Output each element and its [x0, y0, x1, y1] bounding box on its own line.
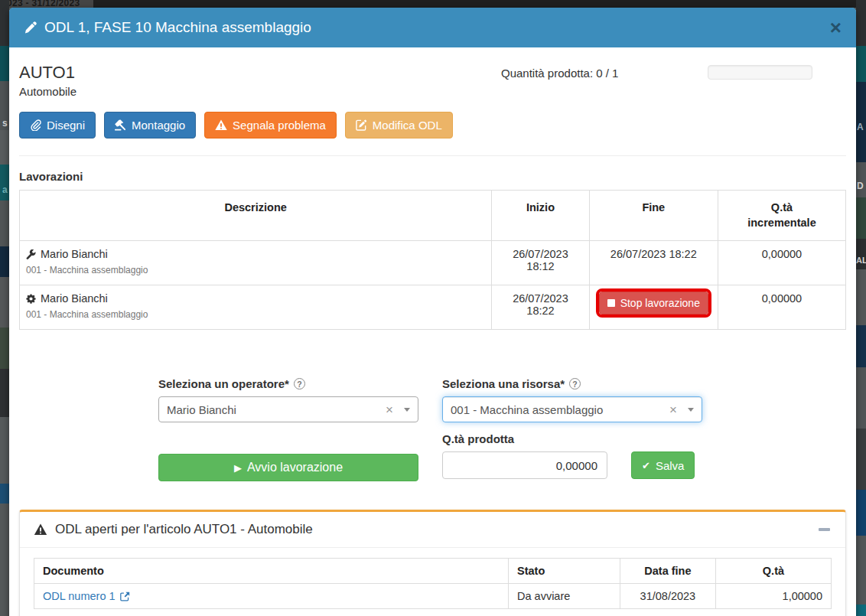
col-descrizione: Descrizione	[20, 191, 492, 241]
resource-name: 001 - Macchina assemblaggio	[26, 265, 485, 275]
table-row: Mario Bianchi 001 - Macchina assemblaggi…	[20, 241, 846, 285]
backdrop-date-range: 2023 - 31/12/2023	[2, 0, 80, 8]
col-fine: Fine	[589, 191, 718, 241]
stop-icon	[607, 299, 615, 307]
odl-phase-modal: ODL 1, FASE 10 Macchina assemblaggio × A…	[9, 8, 856, 616]
operator-label: Seleziona un operatore* ?	[158, 377, 418, 390]
table-row: Mario Bianchi 001 - Macchina assemblaggi…	[20, 285, 846, 330]
backdrop-fragment: s	[2, 118, 8, 129]
col-inizio: Inizio	[492, 191, 589, 241]
help-icon[interactable]: ?	[294, 378, 305, 389]
inizio-cell: 26/07/2023 18:12	[492, 241, 589, 285]
qta-cell: 0,00000	[718, 285, 845, 330]
article-description: Automobile	[19, 85, 846, 98]
clear-icon[interactable]: ×	[386, 403, 393, 416]
backdrop-left-strip: s a	[0, 0, 9, 616]
backdrop-top-strip: 2023 - 31/12/2023	[0, 0, 866, 8]
open-odl-card-body: Documento Stato Data fine Q.tà ODL numer…	[20, 548, 845, 616]
montaggio-button[interactable]: Montaggio	[104, 112, 196, 139]
qta-cell: 1,00000	[715, 584, 831, 609]
avvio-lavorazione-label: Avvio lavorazione	[247, 461, 343, 474]
gavel-icon	[115, 119, 126, 131]
modifica-odl-button[interactable]: Modifica ODL	[345, 112, 453, 139]
clear-icon[interactable]: ×	[669, 403, 677, 416]
data-fine-cell: 31/08/2023	[620, 584, 715, 609]
backdrop-fragment: A	[857, 122, 864, 132]
col-qta-incrementale: Q.tà incrementale	[718, 191, 845, 241]
qty-prodotta-label: Q.tà prodotta	[442, 432, 702, 445]
backdrop-right-strip: A D AL	[856, 0, 866, 616]
quantity-produced-label: Quantità prodotta: 0 / 1	[501, 67, 618, 80]
open-odl-header-row: Documento Stato Data fine Q.tà	[34, 559, 832, 584]
montaggio-button-label: Montaggio	[132, 119, 185, 132]
backdrop-fragment: AL	[856, 256, 866, 265]
resource-column: Seleziona una risorsa* ? 001 - Macchina …	[442, 377, 702, 481]
fine-cell: 26/07/2023 18:22	[589, 241, 718, 285]
production-progress-bar	[708, 65, 812, 80]
edit-square-icon	[356, 119, 367, 131]
help-icon[interactable]: ?	[569, 378, 581, 389]
operator-column: Seleziona un operatore* ? Mario Bianchi …	[158, 377, 418, 481]
salva-button[interactable]: ✔ Salva	[631, 451, 695, 479]
segnala-problema-button[interactable]: Segnala problema	[204, 112, 337, 139]
table-row: ODL numero 1 Da avviare 31/08/2023 1,000…	[34, 584, 832, 609]
open-odl-table: Documento Stato Data fine Q.tà ODL numer…	[34, 558, 832, 609]
qta-cell: 0,00000	[718, 241, 845, 285]
play-icon: ▶	[234, 462, 242, 474]
open-odl-card: ODL aperti per l'articolo AUTO1 - Automo…	[19, 510, 846, 616]
descrizione-cell: Mario Bianchi 001 - Macchina assemblaggi…	[20, 285, 492, 330]
lavorazioni-table: Descrizione Inizio Fine Q.tà incremental…	[19, 190, 846, 330]
odl-document-link[interactable]: ODL numero 1	[43, 590, 130, 602]
operator-select-value: Mario Bianchi	[167, 403, 386, 416]
warning-icon	[215, 119, 227, 131]
modifica-odl-button-label: Modifica ODL	[373, 119, 442, 132]
lavorazioni-title: Lavorazioni	[19, 170, 846, 183]
fine-cell: Stop lavorazione	[589, 285, 718, 330]
action-button-row: Disegni Montaggio Segnala problema Modif…	[19, 112, 846, 139]
pencil-icon	[24, 21, 37, 34]
backdrop-fragment: a	[2, 184, 8, 195]
stato-cell: Da avviare	[509, 584, 620, 609]
resource-select[interactable]: 001 - Macchina assemblaggio ×	[442, 396, 702, 422]
operator-line: Mario Bianchi	[26, 292, 485, 305]
open-odl-card-header: ODL aperti per l'articolo AUTO1 - Automo…	[20, 512, 845, 548]
start-work-form: Seleziona un operatore* ? Mario Bianchi …	[19, 377, 846, 481]
inizio-cell: 26/07/2023 18:22	[492, 285, 589, 330]
qty-prodotta-input[interactable]	[442, 451, 607, 479]
wrench-icon	[26, 249, 36, 259]
stop-button-highlight: Stop lavorazione	[596, 288, 711, 318]
chevron-down-icon	[404, 408, 410, 412]
segnala-problema-button-label: Segnala problema	[233, 119, 326, 132]
chevron-down-icon	[688, 408, 694, 412]
backdrop-fragment: D	[857, 181, 864, 191]
resource-label: Seleziona una risorsa* ?	[442, 377, 702, 390]
col-stato: Stato	[509, 559, 620, 584]
gear-icon	[26, 294, 36, 304]
operator-name: Mario Bianchi	[41, 248, 108, 260]
close-icon[interactable]: ×	[830, 20, 842, 35]
disegni-button[interactable]: Disegni	[19, 112, 96, 139]
warning-icon	[34, 523, 47, 536]
open-odl-title: ODL aperti per l'articolo AUTO1 - Automo…	[34, 522, 313, 537]
avvio-lavorazione-button[interactable]: ▶ Avvio lavorazione	[158, 454, 418, 481]
operator-select[interactable]: Mario Bianchi ×	[158, 396, 418, 422]
article-summary-row: AUTO1 Automobile Quantità prodotta: 0 / …	[19, 63, 846, 109]
salva-label: Salva	[656, 459, 685, 472]
col-data-fine: Data fine	[620, 559, 715, 584]
external-link-icon	[120, 592, 130, 601]
descrizione-cell: Mario Bianchi 001 - Macchina assemblaggi…	[20, 241, 492, 285]
check-icon: ✔	[642, 460, 650, 471]
stop-lavorazione-button[interactable]: Stop lavorazione	[599, 292, 708, 315]
collapse-button[interactable]	[817, 525, 832, 534]
col-documento: Documento	[34, 559, 509, 584]
disegni-button-label: Disegni	[47, 119, 85, 132]
resource-name: 001 - Macchina assemblaggio	[26, 309, 485, 320]
divider	[19, 155, 846, 156]
documento-cell: ODL numero 1	[34, 584, 509, 609]
qty-save-row: ✔ Salva	[442, 451, 702, 479]
modal-body: AUTO1 Automobile Quantità prodotta: 0 / …	[9, 47, 856, 616]
operator-line: Mario Bianchi	[26, 248, 485, 260]
col-qta: Q.tà	[715, 559, 831, 584]
resource-select-value: 001 - Macchina assemblaggio	[451, 403, 669, 416]
operator-name: Mario Bianchi	[41, 292, 108, 305]
